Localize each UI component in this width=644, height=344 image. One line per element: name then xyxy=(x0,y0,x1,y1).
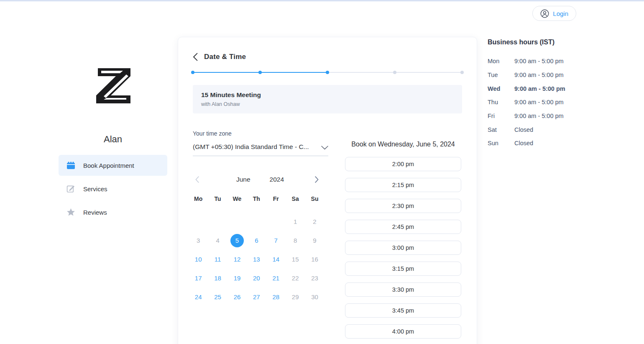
stepper-dot-2 xyxy=(258,71,262,74)
hours-value: 9:00 am - 5:00 pm xyxy=(514,99,564,105)
service-banner: 15 Minutes Meeting with Alan Oshaw xyxy=(193,85,462,113)
date-29: 29 xyxy=(286,288,305,306)
date-label: 30 xyxy=(308,290,322,304)
time-slot-3-15-pm[interactable]: 3:15 pm xyxy=(345,262,461,276)
hours-value: Closed xyxy=(514,126,533,133)
sidebar-item-label: Book Appointment xyxy=(83,162,134,169)
date-label: 2 xyxy=(308,215,322,228)
date-label xyxy=(250,215,263,228)
next-month-icon[interactable] xyxy=(315,176,325,183)
stepper-dot-3 xyxy=(326,71,329,74)
hours-day-label: Sat xyxy=(488,126,514,133)
calendar-month-year: June 2024 xyxy=(205,176,315,183)
date-28[interactable]: 28 xyxy=(266,288,286,306)
back-icon[interactable] xyxy=(193,53,198,61)
date-label: 22 xyxy=(289,272,302,285)
date-27[interactable]: 27 xyxy=(247,288,266,306)
login-label: Login xyxy=(553,10,568,17)
step-header: Date & Time xyxy=(193,52,462,62)
sidebar-item-book-appointment[interactable]: Book Appointment xyxy=(59,155,167,176)
date-6[interactable]: 6 xyxy=(247,231,266,250)
business-hours-title: Business hours (IST) xyxy=(488,38,626,47)
hours-value: Closed xyxy=(514,140,533,146)
date-11[interactable]: 11 xyxy=(208,250,227,269)
date-label: 18 xyxy=(211,272,225,285)
time-slot-4-00-pm[interactable]: 4:00 pm xyxy=(345,324,461,339)
date-label: 15 xyxy=(289,253,302,266)
calendar-column: Your time zone (GMT +05:30) India Standa… xyxy=(193,130,328,344)
date-label: 13 xyxy=(250,253,263,266)
date-7[interactable]: 7 xyxy=(266,231,286,250)
sidebar-item-label: Reviews xyxy=(83,209,107,216)
time-slot-2-30-pm[interactable]: 2:30 pm xyxy=(345,199,461,213)
business-hours-row-sun: SunClosed xyxy=(488,136,626,150)
time-slot-3-00-pm[interactable]: 3:00 pm xyxy=(345,241,461,255)
date-14[interactable]: 14 xyxy=(266,250,286,269)
day-header-sa: Sa xyxy=(286,195,305,207)
date-12[interactable]: 12 xyxy=(227,250,247,269)
timezone-select[interactable]: (GMT +05:30) India Standard Time - C... xyxy=(193,143,328,156)
sidebar-item-reviews[interactable]: Reviews xyxy=(59,202,167,223)
date-16: 16 xyxy=(305,250,324,269)
business-logo xyxy=(59,65,167,108)
time-slot-3-30-pm[interactable]: 3:30 pm xyxy=(345,282,461,297)
hours-day-label: Tue xyxy=(488,72,514,78)
calendar-icon xyxy=(66,162,75,169)
time-slot-2-00-pm[interactable]: 2:00 pm xyxy=(345,157,461,171)
slots-column: Book on Wednesday, June 5, 2024 2:00 pm2… xyxy=(344,130,462,344)
business-hours-row-mon: Mon9:00 am - 5:00 pm xyxy=(488,54,626,68)
date-26[interactable]: 26 xyxy=(227,288,247,306)
prev-month-icon xyxy=(195,176,205,183)
date-5[interactable]: 5 xyxy=(227,231,247,250)
calendar-month: June xyxy=(236,176,250,183)
date-15: 15 xyxy=(286,250,305,269)
date-30: 30 xyxy=(305,288,324,306)
date-cell-empty xyxy=(227,212,247,231)
date-label: 25 xyxy=(211,290,225,304)
calendar-date-grid: 1234567891011121314151617181920212223242… xyxy=(189,212,328,306)
sidebar-item-services[interactable]: Services xyxy=(59,178,167,199)
date-18[interactable]: 18 xyxy=(208,269,227,288)
compose-icon xyxy=(66,185,75,193)
date-13[interactable]: 13 xyxy=(247,250,266,269)
date-label: 8 xyxy=(289,234,302,247)
date-label: 29 xyxy=(289,290,302,304)
date-25[interactable]: 25 xyxy=(208,288,227,306)
hours-day-label: Mon xyxy=(488,58,514,64)
user-icon xyxy=(540,9,549,18)
date-label: 3 xyxy=(192,234,205,247)
date-3: 3 xyxy=(189,231,208,250)
time-slot-3-45-pm[interactable]: 3:45 pm xyxy=(345,303,461,318)
date-10[interactable]: 10 xyxy=(189,250,208,269)
date-label: 5 xyxy=(230,234,244,247)
service-name: 15 Minutes Meeting xyxy=(201,91,454,99)
date-19[interactable]: 19 xyxy=(227,269,247,288)
date-label: 11 xyxy=(211,253,225,266)
date-label: 6 xyxy=(250,234,263,247)
hours-value: 9:00 am - 5:00 pm xyxy=(514,85,565,92)
business-hours-panel: Business hours (IST) Mon9:00 am - 5:00 p… xyxy=(488,38,626,150)
date-17[interactable]: 17 xyxy=(189,269,208,288)
date-label xyxy=(230,215,244,228)
date-label: 9 xyxy=(308,234,322,247)
sidebar-menu: Book AppointmentServicesReviews xyxy=(59,155,167,223)
date-21[interactable]: 21 xyxy=(266,269,286,288)
progress-stepper xyxy=(193,71,462,74)
hours-day-label: Thu xyxy=(488,99,514,105)
time-slot-2-45-pm[interactable]: 2:45 pm xyxy=(345,220,461,234)
login-button[interactable]: Login xyxy=(532,6,576,21)
date-label: 12 xyxy=(230,253,244,266)
hours-value: 9:00 am - 5:00 pm xyxy=(514,113,564,119)
step-title: Date & Time xyxy=(204,53,246,61)
hours-day-label: Wed xyxy=(488,85,514,92)
slots-list: 2:00 pm2:15 pm2:30 pm2:45 pm3:00 pm3:15 … xyxy=(344,157,462,339)
day-header-mo: Mo xyxy=(189,195,208,207)
date-24[interactable]: 24 xyxy=(189,288,208,306)
date-label xyxy=(269,215,283,228)
time-slot-2-15-pm[interactable]: 2:15 pm xyxy=(345,178,461,192)
timezone-value: (GMT +05:30) India Standard Time - C... xyxy=(193,143,309,151)
date-4: 4 xyxy=(208,231,227,250)
date-label: 16 xyxy=(308,253,322,266)
date-9: 9 xyxy=(305,231,324,250)
date-20[interactable]: 20 xyxy=(247,269,266,288)
